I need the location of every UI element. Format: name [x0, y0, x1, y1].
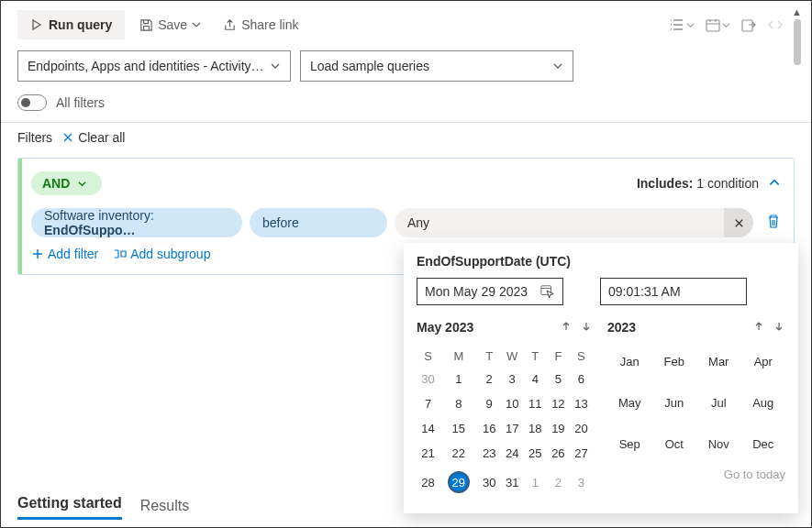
- delete-filter-button[interactable]: [766, 214, 781, 232]
- date-input[interactable]: Mon May 29 2023: [417, 278, 563, 305]
- calendar-day[interactable]: 9: [478, 391, 501, 416]
- play-icon: [30, 18, 43, 31]
- export-button[interactable]: [741, 18, 756, 32]
- calendar-day[interactable]: 26: [547, 441, 570, 466]
- calendar-day-header: M: [439, 346, 478, 367]
- sample-label: Load sample queries: [310, 59, 429, 73]
- month-option[interactable]: Sep: [607, 437, 652, 451]
- calendar-day[interactable]: 1: [524, 466, 547, 499]
- calendar-day[interactable]: 18: [524, 416, 547, 441]
- calendar-icon: [706, 18, 720, 32]
- calendar-day[interactable]: 17: [501, 416, 524, 441]
- arrow-down-icon: [773, 320, 785, 333]
- add-subgroup-button[interactable]: Add subgroup: [113, 247, 210, 261]
- scrollbar[interactable]: ▲: [792, 6, 802, 65]
- share-link-button[interactable]: Share link: [216, 12, 306, 38]
- year-prev-button[interactable]: [752, 320, 765, 336]
- all-filters-toggle[interactable]: [17, 94, 47, 111]
- month-option[interactable]: Feb: [652, 355, 697, 368]
- collapse-group-button[interactable]: [768, 176, 781, 192]
- calendar-day[interactable]: 14: [417, 416, 439, 441]
- filter-operator-pill[interactable]: before: [250, 208, 387, 237]
- month-option[interactable]: Dec: [741, 437, 786, 451]
- calendar-view-button[interactable]: [706, 18, 730, 32]
- tab-results[interactable]: Results: [140, 498, 189, 520]
- calendar-day[interactable]: 7: [417, 391, 439, 416]
- calendar-day[interactable]: 5: [547, 367, 570, 391]
- calendar-grid: SMTWTFS 30123456789101112131415161718192…: [417, 346, 593, 499]
- clear-all-label: Clear all: [78, 130, 125, 145]
- calendar-day[interactable]: 23: [478, 441, 501, 466]
- month-option[interactable]: Mar: [696, 355, 741, 368]
- calendar-day[interactable]: 2: [547, 466, 570, 499]
- go-to-today-button[interactable]: Go to today: [607, 468, 785, 481]
- tab-getting-started[interactable]: Getting started: [17, 495, 122, 520]
- add-filter-button[interactable]: Add filter: [31, 247, 98, 261]
- calendar-day[interactable]: 10: [501, 391, 524, 416]
- calendar-day[interactable]: 19: [547, 416, 570, 441]
- calendar-month-label: May 2023: [417, 320, 473, 335]
- chevron-down-icon: [686, 21, 695, 29]
- chevron-down-icon: [552, 60, 563, 72]
- calendar-day[interactable]: 13: [570, 391, 593, 416]
- arrow-up-icon: [752, 320, 765, 333]
- clear-all-button[interactable]: Clear all: [61, 130, 125, 145]
- plus-icon: [31, 248, 44, 260]
- calendar-day[interactable]: 8: [439, 391, 478, 416]
- calendar-day[interactable]: 16: [478, 416, 501, 441]
- year-next-button[interactable]: [773, 320, 785, 336]
- month-option[interactable]: May: [607, 396, 652, 410]
- save-icon: [139, 18, 153, 32]
- month-option[interactable]: Aug: [741, 396, 786, 410]
- calendar-day[interactable]: 11: [524, 391, 547, 416]
- group-operator-label: AND: [42, 176, 70, 191]
- calendar-day-header: T: [524, 346, 547, 367]
- calendar-day[interactable]: 15: [439, 416, 478, 441]
- group-operator-dropdown[interactable]: AND: [31, 171, 102, 195]
- calendar-day[interactable]: 6: [570, 367, 593, 391]
- calendar-day[interactable]: 3: [501, 367, 524, 391]
- calendar-day[interactable]: 4: [524, 367, 547, 391]
- sample-queries-dropdown[interactable]: Load sample queries: [300, 50, 573, 82]
- calendar-day[interactable]: 20: [570, 416, 593, 441]
- list-view-button[interactable]: [670, 18, 695, 32]
- calendar-day[interactable]: 25: [524, 441, 547, 466]
- month-prev-button[interactable]: [560, 320, 573, 336]
- calendar-day[interactable]: 22: [439, 441, 478, 466]
- scope-dropdown[interactable]: Endpoints, Apps and identities - Activit…: [17, 50, 291, 82]
- calendar-day[interactable]: 1: [439, 367, 478, 391]
- month-option[interactable]: Nov: [696, 437, 741, 451]
- month-option[interactable]: Jan: [607, 355, 652, 368]
- filter-value-label: Any: [407, 215, 429, 230]
- filter-field-pill[interactable]: Software inventory: EndOfSuppo…: [31, 208, 242, 237]
- calendar-day[interactable]: 3: [570, 466, 593, 499]
- arrow-down-icon: [580, 320, 593, 333]
- run-query-button[interactable]: Run query: [17, 10, 125, 39]
- filter-value-pill[interactable]: Any: [395, 208, 724, 237]
- svg-rect-1: [742, 20, 752, 31]
- calendar-day[interactable]: 12: [547, 391, 570, 416]
- clear-value-button[interactable]: [724, 208, 753, 237]
- chevron-down-icon: [77, 179, 87, 189]
- calendar-day[interactable]: 31: [501, 466, 524, 499]
- month-option[interactable]: Jun: [652, 396, 697, 410]
- month-option[interactable]: Apr: [741, 355, 786, 368]
- calendar-day[interactable]: 21: [417, 441, 439, 466]
- month-option[interactable]: Jul: [696, 396, 741, 410]
- calendar-day[interactable]: 2: [478, 367, 501, 391]
- code-button[interactable]: [767, 18, 784, 32]
- save-button[interactable]: Save: [132, 12, 208, 38]
- popover-title: EndOfSupportDate (UTC): [417, 254, 785, 269]
- calendar-day[interactable]: 30: [417, 367, 439, 391]
- month-next-button[interactable]: [580, 320, 593, 336]
- time-input[interactable]: 09:01:31 AM: [600, 278, 747, 305]
- trash-icon: [766, 214, 781, 229]
- calendar-day[interactable]: 29: [439, 466, 478, 499]
- calendar-day[interactable]: 30: [478, 466, 501, 499]
- calendar-day[interactable]: 27: [570, 441, 593, 466]
- share-icon: [223, 18, 237, 32]
- month-option[interactable]: Oct: [652, 437, 697, 451]
- calendar-day[interactable]: 24: [501, 441, 524, 466]
- calendar-day[interactable]: 28: [417, 466, 439, 499]
- run-query-label: Run query: [49, 17, 112, 32]
